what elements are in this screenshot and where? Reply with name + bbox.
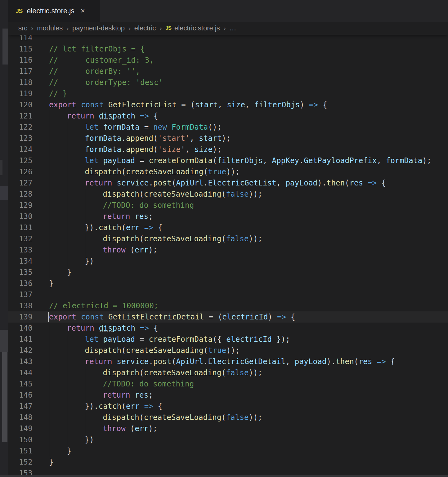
code-line-content[interactable]: dispatch(createSaveLoading(true)); (39, 166, 240, 177)
code-line[interactable]: 133throw (err); (8, 244, 448, 256)
indent-guide (67, 166, 85, 177)
code-line[interactable]: 144dispatch(createSaveLoading(false)); (8, 367, 448, 378)
code-line[interactable]: 152} (8, 457, 448, 468)
code-line-content[interactable]: throw (err); (39, 244, 158, 256)
code-line[interactable]: 116// customer_id: 3, (8, 55, 448, 66)
code-token: false (226, 234, 249, 243)
code-line[interactable]: 136} (8, 278, 448, 289)
code-line[interactable]: 125let payLoad = createFormData(filterOb… (8, 155, 448, 166)
code-line[interactable]: 122let formData = new FormData(); (8, 122, 448, 133)
code-token: service (117, 179, 149, 187)
code-token: = ( (204, 313, 222, 321)
code-line[interactable]: 115// let filterObjs = { (8, 43, 448, 55)
code-line-content[interactable]: return res; (39, 211, 153, 222)
code-line-content[interactable]: // let filterObjs = { (39, 43, 145, 55)
code-line-content[interactable]: } (39, 267, 72, 278)
code-line[interactable]: 129//TODO: do something (8, 200, 448, 211)
indent-guide (85, 390, 103, 401)
code-line-content[interactable]: // electricId = 1000000; (39, 300, 159, 311)
code-line[interactable]: 150}) (8, 434, 448, 445)
code-line-content[interactable]: } (39, 457, 54, 468)
breadcrumb-item-payment-desktop[interactable]: payment-desktop (72, 24, 125, 32)
code-line[interactable]: 121return dispatch => { (8, 110, 448, 122)
code-line-content[interactable]: dispatch(createSaveLoading(false)); (39, 412, 262, 423)
code-line-content[interactable]: // orderBy: '', (39, 66, 140, 77)
tab-electric-store-js[interactable]: JS electric.store.js × (8, 0, 100, 22)
code-token: new (153, 123, 167, 132)
code-line-content[interactable]: let formData = new FormData(); (39, 122, 222, 133)
code-line[interactable]: 135} (8, 267, 448, 278)
code-line[interactable]: 149throw (err); (8, 423, 448, 434)
code-line[interactable]: 132dispatch(createSaveLoading(false)); (8, 233, 448, 244)
code-line-content[interactable]: export const GetListElectricDetail = (el… (39, 311, 295, 323)
text-cursor (48, 312, 49, 322)
code-line-content[interactable]: let payLoad = createFormData({ electricI… (39, 334, 290, 345)
code-line-content[interactable]: // orderType: 'desc' (39, 77, 163, 88)
breadcrumb-item-more[interactable]: … (230, 24, 236, 32)
code-line-content[interactable]: formData.append('start', start); (39, 133, 231, 144)
code-line-content[interactable]: export const GetElectricList = (start, s… (39, 99, 327, 110)
breadcrumb-item-file[interactable]: electric.store.js (174, 24, 220, 32)
code-line-content[interactable] (39, 289, 49, 300)
code-line[interactable]: 127return service.post(ApiUrl.ElectricGe… (8, 177, 448, 189)
code-line[interactable]: 137 (8, 289, 448, 300)
code-line[interactable]: 134}) (8, 256, 448, 267)
code-line[interactable]: 119// } (8, 88, 448, 99)
code-line-content[interactable]: }) (39, 434, 94, 445)
code-line-content[interactable]: return dispatch => { (39, 323, 158, 334)
code-line[interactable]: 151} (8, 445, 448, 457)
line-number: 114 (8, 35, 39, 43)
code-line[interactable]: 120export const GetElectricList = (start… (8, 99, 448, 110)
code-line-content[interactable]: } (39, 445, 72, 457)
code-line-content[interactable]: formData.append('size', size); (39, 144, 222, 155)
code-line-content[interactable]: // } (39, 88, 67, 99)
code-line[interactable]: 131}).catch(err => { (8, 222, 448, 233)
code-line-content[interactable]: return dispatch => { (39, 110, 158, 122)
code-line[interactable]: 143return service.post(ApiUrl.ElectricGe… (8, 356, 448, 367)
code-line-content[interactable]: //TODO: do something (39, 200, 194, 211)
code-line[interactable]: 147}).catch(err => { (8, 401, 448, 412)
code-line-content[interactable]: // customer_id: 3, (39, 55, 154, 66)
code-line[interactable]: 123formData.append('start', start); (8, 133, 448, 144)
breadcrumb-item-src[interactable]: src (18, 24, 27, 32)
code-line-content[interactable]: return service.post(ApiUrl.ElectricGetDe… (39, 356, 395, 367)
code-line[interactable]: 146return res; (8, 390, 448, 401)
code-line[interactable]: 145//TODO: do something (8, 378, 448, 390)
close-icon[interactable]: × (81, 7, 85, 15)
scrollbar-thumb[interactable] (2, 352, 7, 442)
code-editor[interactable]: 114115// let filterObjs = {116// custome… (8, 35, 448, 477)
breadcrumb-item-modules[interactable]: modules (37, 24, 63, 32)
code-line-content[interactable]: }) (39, 256, 94, 267)
code-line-content[interactable]: dispatch(createSaveLoading(true)); (39, 345, 240, 356)
code-line-content[interactable]: return service.post(ApiUrl.ElectricGetLi… (39, 177, 386, 189)
code-line-content[interactable]: }).catch(err => { (39, 222, 163, 233)
code-line-content[interactable]: dispatch(createSaveLoading(false)); (39, 367, 262, 378)
code-line-content[interactable]: }).catch(err => { (39, 401, 163, 412)
code-line-content[interactable]: return res; (39, 390, 153, 401)
code-line-content[interactable]: } (39, 278, 54, 289)
code-line-content[interactable] (39, 35, 49, 43)
code-token: }); (272, 335, 290, 344)
code-line[interactable]: 118// orderType: 'desc' (8, 77, 448, 88)
code-line-content[interactable]: let payLoad = createFormData(filterObjs,… (39, 155, 432, 166)
code-line-content[interactable]: dispatch(createSaveLoading(false)); (39, 233, 262, 244)
code-line-content[interactable]: throw (err); (39, 423, 158, 434)
code-line[interactable]: 138// electricId = 1000000; (8, 300, 448, 311)
indent-guide (67, 222, 85, 233)
code-line[interactable]: 114 (8, 35, 448, 43)
code-line[interactable]: 141let payLoad = createFormData({ electr… (8, 334, 448, 345)
code-line[interactable]: 148dispatch(createSaveLoading(false)); (8, 412, 448, 423)
code-line[interactable]: 140return dispatch => { (8, 323, 448, 334)
code-line[interactable]: 128dispatch(createSaveLoading(false)); (8, 189, 448, 200)
code-line[interactable]: 142dispatch(createSaveLoading(true)); (8, 345, 448, 356)
indent-guide (49, 434, 67, 445)
code-line-content[interactable]: dispatch(createSaveLoading(false)); (39, 189, 262, 200)
breadcrumb-item-electric[interactable]: electric (134, 24, 156, 32)
code-line[interactable]: 139export const GetListElectricDetail = … (8, 311, 448, 323)
code-line[interactable]: 130return res; (8, 211, 448, 222)
code-token: service (117, 357, 149, 366)
code-line[interactable]: 126dispatch(createSaveLoading(true)); (8, 166, 448, 177)
code-line-content[interactable]: //TODO: do something (39, 378, 194, 390)
code-line[interactable]: 117// orderBy: '', (8, 66, 448, 77)
code-line[interactable]: 124formData.append('size', size); (8, 144, 448, 155)
